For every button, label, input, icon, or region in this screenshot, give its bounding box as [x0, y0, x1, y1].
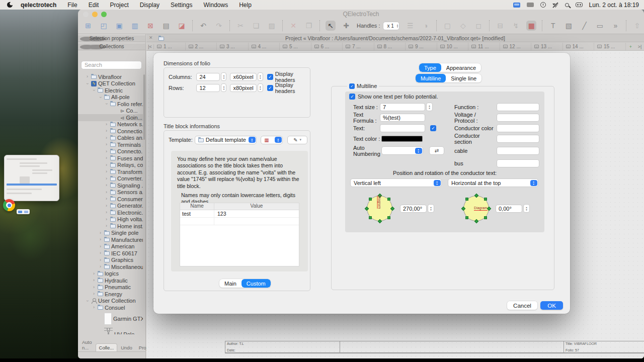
chevron-right-icon[interactable]: ›	[104, 129, 109, 133]
chevron-right-icon[interactable]: ›	[104, 142, 109, 147]
chevron-right-icon[interactable]: ›	[104, 102, 109, 106]
ok-button[interactable]: OK	[540, 301, 563, 310]
function-input[interactable]	[497, 103, 539, 111]
add-image-icon[interactable]: ▧	[564, 21, 574, 31]
chevron-right-icon[interactable]: ›	[104, 149, 109, 154]
open-project-icon[interactable]: ◰	[99, 21, 109, 31]
save-as-icon[interactable]: ▥	[130, 21, 140, 31]
tree-item[interactable]: › Vibrafloor	[78, 73, 143, 80]
show-one-text-checkbox[interactable]	[349, 94, 355, 100]
chevron-right-icon[interactable]: ›	[85, 81, 90, 86]
frame-icon[interactable]: ◻	[473, 21, 484, 31]
folio-tab[interactable]: 1 ...	[154, 43, 186, 50]
window-titlebar[interactable]: QElectroTech	[78, 9, 644, 18]
tree-item[interactable]: › Converter...	[78, 175, 143, 183]
folio-tab[interactable]: 7 ...	[343, 43, 374, 50]
layers-icon[interactable]: ⇧	[632, 21, 642, 31]
menu-help[interactable]: Help	[239, 2, 252, 9]
select-arrow-icon[interactable]: ↖	[326, 21, 336, 31]
display-headers-checkbox[interactable]	[267, 74, 273, 80]
text-formula-input[interactable]: %(test)	[380, 114, 425, 122]
chevron-right-icon[interactable]: ›	[98, 237, 103, 242]
sidebar-tab[interactable]: Undo	[118, 344, 135, 351]
separator[interactable]	[436, 20, 437, 31]
menu-file[interactable]: File	[67, 2, 77, 9]
tree-item[interactable]: › Connectio...	[78, 128, 143, 135]
tree-item[interactable]: › HV Pole	[78, 327, 143, 335]
tree-item[interactable]: › Consumer...	[78, 196, 143, 203]
row-height-input[interactable]: x80pixel	[230, 84, 256, 92]
conductor-icon[interactable]: ↯	[511, 21, 521, 31]
menu-windows[interactable]: Windows	[203, 2, 228, 9]
separator[interactable]	[319, 20, 320, 31]
rotation-handle[interactable]	[465, 216, 468, 219]
rotation-handle[interactable]	[387, 216, 390, 219]
separator[interactable]	[626, 20, 626, 31]
stepper-icon[interactable]: ▴▾	[523, 204, 530, 213]
titleblock-icon[interactable]: ⊟	[495, 21, 505, 31]
tree-item[interactable]: › Electronic...	[78, 209, 143, 216]
separator[interactable]	[542, 20, 542, 31]
horizontal-position-select[interactable]: Horizontal at the top▴▾	[448, 178, 538, 187]
edit-template-button[interactable]: ✎▾	[287, 136, 307, 144]
new-folio-icon[interactable]: ⊞	[83, 21, 93, 31]
stepper-icon[interactable]: ▴▾	[258, 83, 263, 92]
folio-tab[interactable]: 2 ...	[186, 43, 217, 50]
folio-tab[interactable]: 10 ...	[437, 43, 469, 50]
tree-item[interactable]: › Hydraulic	[78, 277, 143, 284]
chevron-right-icon[interactable]: ›	[98, 251, 103, 255]
redo-icon[interactable]: ↷	[214, 21, 224, 31]
chevron-right-icon[interactable]: ›	[104, 169, 109, 174]
paste-icon[interactable]: ▨	[267, 21, 277, 31]
tab-button[interactable]: Multiline	[416, 74, 446, 82]
tree-item[interactable]: › Consuel	[78, 304, 143, 311]
chevron-right-icon[interactable]: ›	[104, 210, 109, 215]
chevron-right-icon[interactable]: ›	[104, 224, 109, 228]
tree-item[interactable]: › Miscellaneou...	[78, 263, 143, 270]
stepper-icon[interactable]: ▴▾	[426, 103, 433, 111]
conductor-section-input[interactable]	[497, 135, 539, 143]
tree-item[interactable]: › Energy	[78, 291, 143, 298]
titleblock-preview-select[interactable]: ▦▴▾	[261, 136, 283, 144]
tree-item[interactable]: › Electric	[78, 87, 143, 94]
tree-item[interactable]: › Terminals ...	[78, 141, 143, 148]
last-folio-button[interactable]: >|	[636, 44, 644, 49]
folio-tab[interactable]: 3 ...	[217, 43, 249, 50]
vertical-angle-input[interactable]: 270,00°	[400, 205, 427, 213]
wifi-off-icon[interactable]	[552, 3, 558, 8]
tree-item[interactable]: › Co...	[78, 108, 143, 115]
cut-icon[interactable]: ✂	[235, 21, 246, 31]
chevron-right-icon[interactable]: ›	[98, 231, 103, 235]
cancel-button[interactable]: Cancel	[507, 301, 537, 310]
segment-button[interactable]: Custom	[242, 279, 271, 288]
stepper-icon[interactable]: ▴▾	[428, 204, 434, 213]
columns-input[interactable]: 24	[196, 73, 220, 81]
tree-item[interactable]: › American	[78, 243, 143, 250]
table-row[interactable]: test 123	[180, 210, 299, 218]
text-color-swatch[interactable]	[381, 136, 423, 142]
keyboard-icon[interactable]	[527, 3, 534, 7]
menu-clock[interactable]: Lun. 2 oct. à 18:19	[589, 2, 639, 9]
segment-button[interactable]: Main	[219, 279, 242, 288]
separator[interactable]	[489, 20, 490, 31]
chevron-right-icon[interactable]: ›	[92, 278, 96, 283]
vertical-rotation-widget[interactable]: Diagram	[366, 195, 393, 222]
chevron-right-icon[interactable]: ›	[98, 244, 103, 249]
tree-item[interactable]: › Connecto...	[78, 148, 143, 155]
text-checkbox[interactable]	[430, 125, 436, 131]
folio-tab[interactable]: 5 ...	[280, 43, 311, 50]
vertical-position-select[interactable]: Vertical left▴▾	[350, 178, 442, 187]
folio-tab[interactable]: 13 ...	[531, 43, 563, 50]
folio-tab[interactable]: 11 ...	[468, 43, 500, 50]
add-line-icon[interactable]: ╱	[579, 21, 589, 31]
folio-tab[interactable]: 4 ...	[249, 43, 280, 50]
export-pdf-icon[interactable]: ◪	[177, 21, 187, 31]
handles-stepper[interactable]: x 1▴▾	[383, 22, 399, 30]
columns-icon[interactable]: ☰	[405, 21, 415, 31]
rotation-handle[interactable]	[484, 216, 487, 219]
tree-item[interactable]: › High volta...	[78, 216, 143, 223]
collections-panel-header[interactable]: ✕ ❐ Collections	[78, 43, 145, 50]
tree-item[interactable]: › Garmin GTX328 ...	[78, 311, 143, 327]
tree-item[interactable]: › Folio refer...	[78, 101, 143, 108]
chevron-right-icon[interactable]: ›	[104, 217, 109, 222]
